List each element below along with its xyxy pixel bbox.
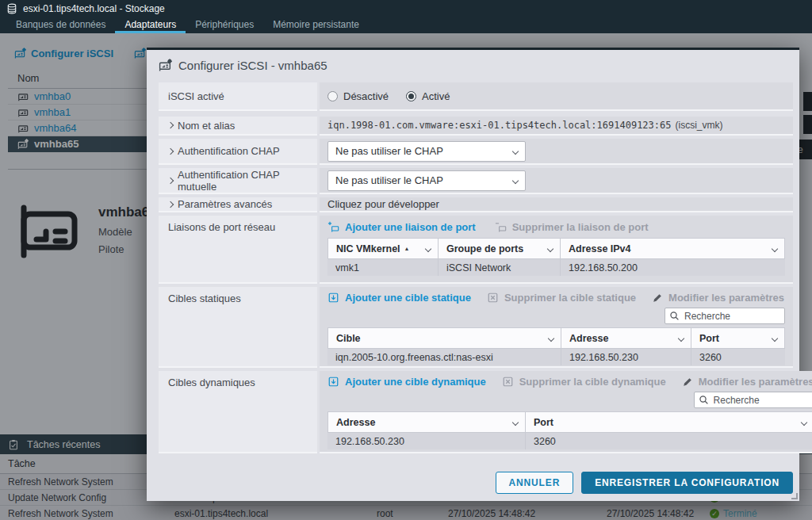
chap-expander[interactable]: Authentification CHAP [159, 139, 317, 165]
column-header-ipv4[interactable]: Adresse IPv4 [560, 238, 785, 259]
add-target-icon [327, 292, 339, 304]
dynamic-targets-label: Cibles dynamiques [159, 371, 317, 453]
chevron-right-icon [167, 201, 174, 207]
dynamic-targets-section: Ajouter une cible dynamique Supprimer la… [320, 371, 812, 453]
column-header-nic-vmkernel[interactable]: NIC VMkernel ▲ [327, 238, 439, 259]
storage-icon [6, 3, 17, 14]
chevron-right-icon [167, 122, 174, 128]
static-targets-search [665, 308, 785, 324]
remove-port-binding-icon [495, 221, 507, 233]
iscsi-enabled-label: iSCSI activé [159, 82, 317, 111]
mutual-chap-expander[interactable]: Authentification CHAP mutuelle [159, 168, 317, 194]
table-row[interactable]: 192.168.50.230 3260 [327, 433, 812, 449]
remove-port-binding-button[interactable]: Supprimer la liaison de port [495, 221, 649, 233]
mutual-chap-select[interactable]: Ne pas utiliser le CHAP [327, 170, 526, 191]
dialog-footer: ANNULER ENREGISTRER LA CONFIGURATION [496, 472, 793, 494]
remove-static-target-button[interactable]: Supprimer la cible statique [487, 292, 636, 304]
search-icon [699, 395, 709, 405]
window-title-bar: esxi-01.tips4tech.local - Stockage [0, 0, 812, 17]
configure-iscsi-dialog: Configurer iSCSI - vmhba65 iSCSI activé … [147, 48, 799, 501]
edit-dynamic-settings-button[interactable]: Modifier les paramètres [682, 376, 812, 388]
advanced-settings-expander[interactable]: Paramètres avancés [159, 197, 317, 212]
static-targets-table: Cible Adresse Port iqn.2005- [327, 327, 785, 365]
remove-target-icon [487, 292, 499, 304]
table-row[interactable]: vmk1 iSCSI Network 192.168.50.200 [327, 259, 785, 276]
add-target-icon [327, 376, 339, 388]
port-bindings-table: NIC VMkernel ▲ Groupe de ports Adresse I… [327, 238, 785, 276]
chevron-down-icon [425, 246, 431, 252]
tab-adapters[interactable]: Adaptateurs [115, 17, 186, 33]
chap-field: Ne pas utiliser le CHAP [320, 139, 793, 165]
radio-enabled[interactable]: Activé [406, 90, 450, 102]
chevron-down-icon [512, 177, 519, 183]
pencil-icon [682, 377, 693, 388]
tab-bar: Banques de données Adaptateurs Périphéri… [0, 17, 812, 33]
port-bindings-label: Liaisons de port réseau [159, 216, 317, 284]
search-icon [669, 311, 680, 321]
pencil-icon [652, 292, 663, 304]
chevron-right-icon [167, 147, 174, 154]
name-alias-value: iqn.1998-01.com.vmware:esxi-01.tips4tech… [320, 117, 793, 136]
static-targets-search-input[interactable] [665, 308, 785, 324]
column-header-address[interactable]: Adresse [327, 411, 526, 433]
tab-datastores[interactable]: Banques de données [6, 17, 115, 33]
mutual-chap-field: Ne pas utiliser le CHAP [320, 168, 793, 194]
radio-circle-icon [327, 91, 338, 101]
edit-static-settings-button[interactable]: Modifier les paramètres [652, 292, 784, 304]
remove-dynamic-target-button[interactable]: Supprimer la cible dynamique [502, 376, 666, 388]
column-header-port[interactable]: Port [525, 411, 812, 433]
dialog-header: Configurer iSCSI - vmhba65 [147, 50, 799, 80]
chevron-down-icon [772, 335, 778, 342]
chevron-down-icon [800, 419, 806, 426]
configure-iscsi-icon [159, 59, 172, 72]
static-targets-section: Ajouter une cible statique Supprimer la … [320, 287, 793, 368]
dynamic-targets-search-input[interactable] [694, 392, 812, 408]
chevron-down-icon [512, 419, 519, 426]
chevron-down-icon [512, 147, 519, 154]
chap-select[interactable]: Ne pas utiliser le CHAP [327, 141, 526, 162]
window-title: esxi-01.tips4tech.local - Stockage [23, 3, 165, 14]
cancel-button[interactable]: ANNULER [496, 472, 574, 494]
column-header-target[interactable]: Cible [327, 327, 561, 349]
dynamic-targets-search [694, 392, 812, 408]
table-row[interactable]: iqn.2005-10.org.freenas.ctl:nas-esxi 192… [327, 349, 785, 365]
iscsi-enabled-field: Désactivé Activé [320, 82, 793, 111]
chevron-down-icon [548, 335, 554, 342]
radio-disabled[interactable]: Désactivé [327, 90, 389, 102]
name-alias-expander[interactable]: Nom et alias [159, 117, 317, 136]
dynamic-targets-table: Adresse Port 192.168.50.230 3260 [327, 411, 812, 449]
tab-persistent-memory[interactable]: Mémoire persistante [263, 17, 369, 33]
port-bindings-section: Ajouter une liaison de port Supprimer la… [320, 216, 793, 284]
radio-circle-icon [406, 91, 416, 101]
sort-ascending-icon: ▲ [404, 246, 410, 251]
add-port-binding-button[interactable]: Ajouter une liaison de port [327, 221, 476, 233]
add-dynamic-target-button[interactable]: Ajouter une cible dynamique [327, 376, 486, 388]
remove-target-icon [502, 376, 514, 388]
save-configuration-button[interactable]: ENREGISTRER LA CONFIGURATION [581, 472, 793, 494]
chevron-right-icon [167, 177, 174, 183]
dialog-title: Configurer iSCSI - vmhba65 [178, 59, 327, 72]
column-header-port[interactable]: Port [691, 327, 785, 349]
chevron-down-icon [547, 246, 553, 252]
dialog-resize-handle[interactable] [791, 493, 798, 499]
advanced-settings-hint[interactable]: Cliquez pour développer [320, 197, 793, 212]
add-static-target-button[interactable]: Ajouter une cible statique [327, 292, 471, 304]
add-port-binding-icon [327, 221, 339, 233]
tab-devices[interactable]: Périphériques [186, 17, 263, 33]
static-targets-label: Cibles statiques [159, 287, 317, 368]
chevron-down-icon [678, 335, 684, 342]
chevron-down-icon [772, 246, 778, 252]
column-header-port-group[interactable]: Groupe de ports [438, 238, 561, 259]
column-header-address[interactable]: Adresse [561, 327, 691, 349]
